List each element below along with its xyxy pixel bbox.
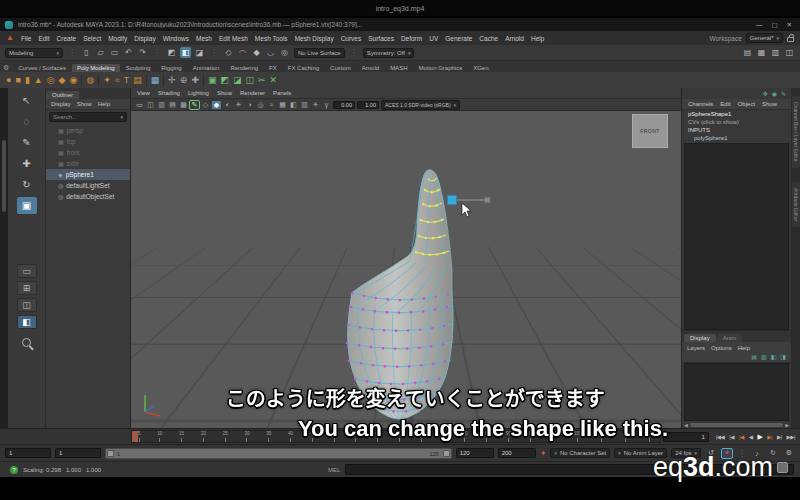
outliner-item[interactable]: ◎ defaultObjectSet [46, 191, 130, 202]
shelf-tab[interactable]: MASH [385, 64, 412, 72]
menu-item[interactable]: Mesh Display [295, 35, 334, 42]
viewport-menu-item[interactable]: Panels [273, 90, 291, 96]
multi-cut-icon[interactable]: ✂ [258, 76, 266, 85]
zoom-search-icon[interactable] [22, 338, 31, 347]
menu-set-dropdown[interactable]: Modeling▾ [5, 48, 63, 58]
minimize-button[interactable]: — [756, 21, 763, 29]
range-end-handle[interactable] [443, 450, 450, 457]
go-to-end-button[interactable]: ▶▶| [785, 433, 797, 441]
divider[interactable] [81, 75, 82, 86]
playback-start-field[interactable]: 1 [55, 448, 101, 458]
image-plane-icon[interactable]: ▩ [179, 101, 188, 109]
scroll-left-icon[interactable]: ◀ [684, 422, 688, 428]
bookmarks-icon[interactable]: ▤ [168, 101, 177, 109]
layer-list-area[interactable] [684, 363, 789, 421]
two-pane-layout-button[interactable]: ◫ [17, 298, 37, 312]
scale-tool[interactable]: ▣ [17, 197, 37, 214]
menu-item[interactable]: Edit [38, 35, 49, 42]
poly-cylinder-icon[interactable]: ▮ [25, 76, 30, 85]
rotate-tool[interactable]: ↻ [17, 176, 37, 193]
open-scene-icon[interactable]: ▱ [95, 47, 106, 58]
layer-editor-tab[interactable]: Anim [717, 334, 743, 342]
layers-menu-item[interactable]: Options [711, 345, 732, 351]
menu-item[interactable]: Windows [163, 35, 189, 42]
menu-item[interactable]: Mesh Tools [255, 35, 288, 42]
step-forward-key-button[interactable]: ▶| [765, 433, 774, 441]
outliner-item[interactable]: ◈ pSphere1 [46, 169, 130, 180]
hypergraph-icon[interactable]: ✎ [781, 90, 786, 97]
shelf-tab[interactable]: Rendering [225, 64, 263, 72]
viewport-canvas[interactable]: FRONT [131, 111, 681, 428]
layers-menu-item[interactable]: Layers [687, 345, 705, 351]
poly-plane-icon[interactable]: ◆ [59, 76, 66, 85]
outliner-menu-item[interactable]: Show [77, 101, 92, 107]
viewport-menu-item[interactable]: Renderer [240, 90, 265, 96]
live-surface-field[interactable]: No Live Surface [294, 48, 345, 58]
range-start-handle[interactable] [107, 450, 114, 457]
set-key-icon[interactable]: ✦ [540, 449, 547, 458]
outliner-item[interactable]: ◎ defaultLightSet [46, 180, 130, 191]
select-object-icon[interactable]: ◧ [180, 47, 191, 58]
center-pivot-icon[interactable]: ✛ [168, 76, 176, 85]
current-time-playhead[interactable] [132, 431, 138, 442]
maximize-button[interactable]: ▢ [771, 21, 777, 29]
shelf-tab[interactable]: Animation [188, 64, 225, 72]
speed-ramp-icon[interactable]: ◉ [772, 90, 777, 97]
select-hierarchy-icon[interactable]: ◩ [166, 47, 177, 58]
lock-workspace-icon[interactable] [787, 37, 794, 42]
screen-space-ao-icon[interactable]: ◎ [256, 101, 265, 109]
shelf-tab[interactable]: Custom [325, 64, 356, 72]
menu-item[interactable]: Deform [401, 35, 422, 42]
snap-to-curve-icon[interactable]: ◠ [237, 47, 248, 58]
attribute-editor-side-tab[interactable]: Attribute Editor [792, 182, 800, 227]
lock-camera-icon[interactable]: ◫ [146, 101, 155, 109]
shelf-tab[interactable]: Poly Modeling [72, 64, 120, 72]
use-all-lights-icon[interactable]: ☀ [234, 101, 243, 109]
freeze-transform-icon[interactable]: ⊕ [180, 76, 188, 85]
exposure-field[interactable]: 0.00 [333, 101, 355, 109]
viewport-menu-item[interactable]: Lighting [188, 90, 209, 96]
render-icon[interactable]: ▤ [742, 47, 753, 58]
smooth-icon[interactable]: ◫ [245, 76, 254, 85]
menu-item[interactable]: UV [429, 35, 438, 42]
outliner-persp-layout-button[interactable]: ◧ [17, 315, 37, 329]
snap-to-point-icon[interactable]: ◆ [251, 47, 262, 58]
shadows-icon[interactable]: ◑ [245, 101, 254, 109]
menu-item[interactable]: Generate [445, 35, 472, 42]
outliner-item[interactable]: ▦ front [46, 147, 130, 158]
poly-sphere-icon[interactable]: ● [6, 76, 11, 85]
scroll-right-icon[interactable]: ▶ [785, 422, 789, 428]
hypershade-icon[interactable]: ◫ [784, 47, 795, 58]
exposure-icon[interactable]: ☀ [311, 101, 320, 109]
cvs-note[interactable]: CVs (click to show) [682, 118, 791, 126]
divider[interactable] [98, 75, 99, 86]
channelbox-menu-item[interactable]: Show [762, 101, 777, 107]
shelf-tab[interactable]: FX [264, 64, 282, 72]
layer-editor-tab[interactable]: Display [684, 334, 716, 342]
move-tool[interactable]: ✚ [17, 155, 37, 172]
new-empty-layer-icon[interactable]: ◧ [771, 353, 777, 362]
menu-item[interactable]: Cache [479, 35, 498, 42]
camera-attributes-icon[interactable]: ▥ [157, 101, 166, 109]
menu-item[interactable]: Select [83, 35, 101, 42]
xray-icon[interactable]: ▥ [300, 101, 309, 109]
step-forward-frame-button[interactable]: ▶| [775, 433, 784, 441]
make-live-icon[interactable]: ◎ [279, 47, 290, 58]
select-tool[interactable]: ↖ [17, 92, 37, 109]
outliner-search-input[interactable]: Search...▾ [49, 112, 127, 122]
channelbox-menu-item[interactable]: Object [738, 101, 755, 107]
channelbox-menu-item[interactable]: Edit [720, 101, 730, 107]
range-slider[interactable]: 1 120 [105, 448, 452, 459]
outliner-item[interactable]: ▦ persp [46, 125, 130, 136]
menu-item[interactable]: Edit Mesh [219, 35, 248, 42]
single-pane-layout-button[interactable]: ▭ [17, 264, 37, 278]
horizontal-scrollbar[interactable]: ◀ ▶ [682, 421, 791, 428]
type-tool-icon[interactable]: T [124, 76, 130, 85]
go-to-start-button[interactable]: |◀◀ [714, 433, 726, 441]
outliner-tab[interactable]: Outliner [46, 91, 79, 99]
select-camera-icon[interactable]: ▭ [135, 101, 144, 109]
shelf-gear-icon[interactable]: ⚙ [3, 64, 9, 72]
poly-disc-icon[interactable]: ◉ [70, 76, 78, 85]
multisample-icon[interactable]: ▦ [278, 101, 287, 109]
viewport-3d-scene[interactable] [131, 111, 681, 428]
